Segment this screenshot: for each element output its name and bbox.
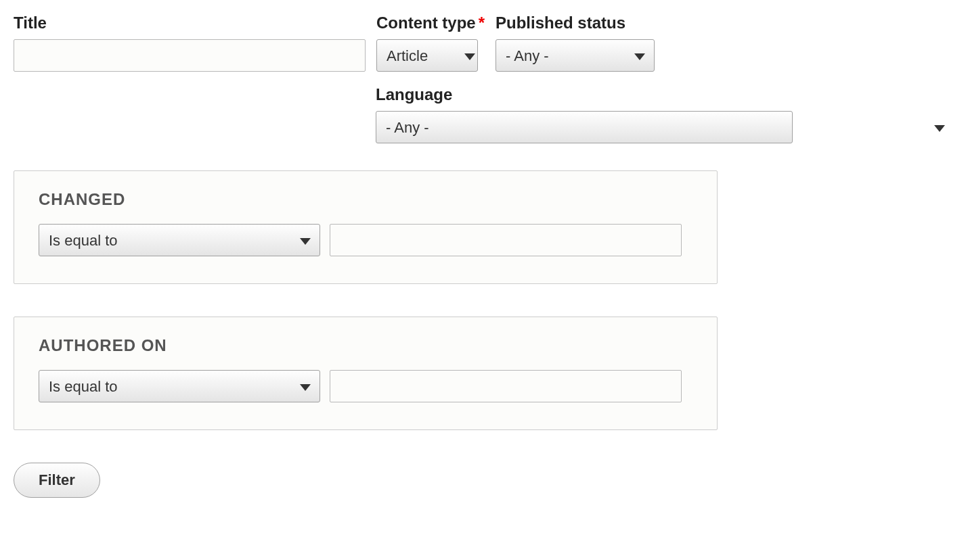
published-status-select[interactable]: - Any - (496, 39, 655, 72)
content-type-label-text: Content type (376, 14, 476, 32)
authored-on-value-input[interactable] (330, 370, 682, 402)
language-label: Language (376, 85, 954, 104)
title-group: Title (14, 14, 366, 72)
changed-operator-wrap: Is equal to (39, 224, 320, 256)
language-group: Language - Any - (376, 85, 954, 143)
filter-row-top: Title Content type * Article Published s… (14, 14, 954, 72)
changed-legend: Changed (39, 190, 692, 209)
changed-fieldset: Changed Is equal to (14, 170, 718, 284)
title-input[interactable] (14, 39, 366, 72)
language-select-wrap: - Any - (376, 111, 954, 143)
changed-operator-select[interactable]: Is equal to (39, 224, 320, 256)
published-status-label: Published status (496, 14, 655, 32)
authored-on-operator-wrap: Is equal to (39, 370, 320, 402)
authored-on-operator-select[interactable]: Is equal to (39, 370, 320, 402)
published-status-select-wrap: - Any - (496, 39, 655, 72)
required-marker: * (479, 14, 485, 32)
changed-row: Is equal to (39, 224, 692, 256)
title-label: Title (14, 14, 366, 32)
content-type-select-wrap: Article (376, 39, 485, 72)
language-select[interactable]: - Any - (376, 111, 793, 143)
authored-on-legend: Authored on (39, 336, 692, 355)
authored-on-fieldset: Authored on Is equal to (14, 317, 718, 430)
changed-value-input[interactable] (330, 224, 682, 256)
filter-button[interactable]: Filter (14, 463, 100, 498)
content-type-label: Content type * (376, 14, 485, 32)
content-type-select[interactable]: Article (376, 39, 478, 72)
published-status-group: Published status - Any - (496, 14, 655, 72)
authored-on-row: Is equal to (39, 370, 692, 402)
content-type-group: Content type * Article (376, 14, 485, 72)
